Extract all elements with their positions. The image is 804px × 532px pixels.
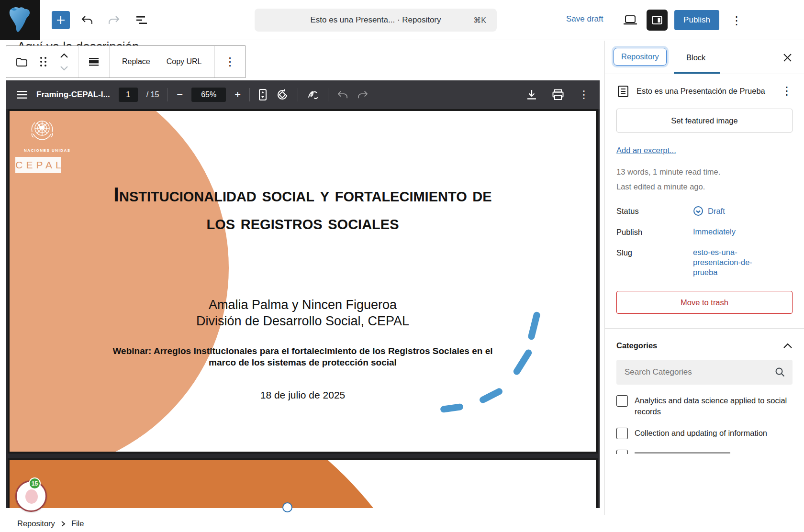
pdf-redo-button[interactable] <box>357 90 368 100</box>
move-down-button[interactable] <box>56 62 72 74</box>
drag-handle-icon <box>40 57 47 66</box>
category-label: Analytics and data science applied to so… <box>635 395 793 417</box>
kebab-icon: ⋮ <box>579 89 589 100</box>
move-up-button[interactable] <box>56 49 72 62</box>
kebab-icon: ⋮ <box>781 84 793 97</box>
align-button[interactable] <box>84 50 103 73</box>
set-featured-image-button[interactable]: Set featured image <box>616 109 793 133</box>
pdf-menu-button[interactable] <box>16 90 28 99</box>
undo-icon <box>337 90 348 100</box>
webinar-line-1: Webinar: Arreglos Institucionales para e… <box>10 345 596 357</box>
preview-button[interactable] <box>622 12 638 28</box>
zoom-out-button[interactable]: − <box>177 89 183 100</box>
pdf-toolbar: Framing-CEPAL-I... 1 / 15 − 65% + <box>6 80 600 109</box>
print-icon <box>552 89 564 100</box>
status-label: Status <box>616 206 693 216</box>
document-icon <box>616 85 630 98</box>
undo-button[interactable] <box>79 12 95 28</box>
chevron-right-icon <box>61 521 66 527</box>
rotate-button[interactable] <box>276 88 289 101</box>
tab-repository[interactable]: Repository <box>614 48 667 66</box>
category-checkbox[interactable] <box>616 450 628 454</box>
panel-right-icon <box>651 14 663 26</box>
block-toolbar-group-align <box>78 46 110 78</box>
status-value-button[interactable]: Draft <box>693 206 725 216</box>
document-options-button[interactable]: ⋮ <box>781 85 793 97</box>
slug-value-button[interactable]: esto-es-una-presentacion-de-prueba <box>693 247 774 277</box>
fit-page-button[interactable] <box>258 89 267 101</box>
page-number-input[interactable]: 1 <box>119 88 138 102</box>
sidebar-tabs: Repository Block <box>605 41 804 74</box>
command-bar-title: Esto es una Presenta... · Repository <box>310 15 441 25</box>
slug-label: Slug <box>616 247 693 277</box>
block-toolbar-group-main <box>6 46 78 78</box>
pdf-options-button[interactable]: ⋮ <box>579 89 589 100</box>
publish-button[interactable]: Publish <box>674 10 719 30</box>
close-sidebar-button[interactable] <box>780 50 794 65</box>
category-checkbox[interactable] <box>616 428 628 439</box>
add-block-button[interactable] <box>52 11 70 29</box>
zoom-in-button[interactable]: + <box>234 89 241 100</box>
categories-title: Categories <box>616 341 657 350</box>
folder-icon <box>15 56 28 67</box>
pdf-page-2 <box>8 458 598 508</box>
divider <box>605 328 804 329</box>
breadcrumb-file[interactable]: File <box>71 519 84 528</box>
draw-button[interactable] <box>307 89 319 101</box>
authors-line: Amalia Palma y Nincen Figueroa <box>10 297 596 313</box>
category-option-row-clipped <box>616 450 793 454</box>
add-excerpt-link[interactable]: Add an excerpt... <box>616 146 676 155</box>
sidebar-body: Esto es una Presentación de Prueba ⋮ Set… <box>605 85 804 454</box>
kebab-icon: ⋮ <box>731 15 742 26</box>
slide-authors: Amalia Palma y Nincen Figueroa División … <box>10 297 596 329</box>
block-options-button[interactable]: ⋮ <box>221 50 240 73</box>
sidebar-toggle-button[interactable] <box>647 10 668 31</box>
publish-value-button[interactable]: Immediately <box>693 227 736 237</box>
cepal-logo[interactable] <box>0 0 40 40</box>
close-icon <box>783 53 792 62</box>
command-bar[interactable]: Esto es una Presenta... · Repository ⌘K <box>255 9 497 32</box>
pdf-embed-block[interactable]: Framing-CEPAL-I... 1 / 15 − 65% + <box>6 80 600 508</box>
command-shortcut: ⌘K <box>473 16 486 25</box>
slug-row: Slug esto-es-una-presentacion-de-prueba <box>616 247 793 277</box>
status-row: Status Draft <box>616 206 793 216</box>
categories-search <box>616 360 793 385</box>
download-button[interactable] <box>526 89 537 100</box>
division-line: División de Desarrollo Social, CEPAL <box>10 313 596 329</box>
search-categories-input[interactable] <box>616 360 793 385</box>
print-button[interactable] <box>552 89 564 100</box>
document-title: Esto es una Presentación de Prueba <box>636 85 774 98</box>
zoom-level[interactable]: 65% <box>191 88 226 102</box>
list-view-icon <box>135 15 148 25</box>
block-resize-handle[interactable] <box>282 502 292 512</box>
category-checkbox[interactable] <box>616 395 628 407</box>
search-icon <box>774 366 786 378</box>
breadcrumb-repository[interactable]: Repository <box>17 519 55 528</box>
download-icon <box>526 89 537 100</box>
copy-url-button[interactable]: Copy URL <box>160 50 209 73</box>
slide-title: Institucionalidad social y fortalecimien… <box>107 181 499 236</box>
editor-options-button[interactable]: ⋮ <box>729 13 744 28</box>
save-draft-button[interactable]: Save draft <box>566 14 603 24</box>
document-meta: Status Draft Publish Immediately Slug es… <box>616 206 793 277</box>
draw-icon <box>307 89 319 101</box>
move-to-trash-button[interactable]: Move to trash <box>616 291 793 314</box>
last-edited-text: Last edited a minute ago. <box>616 179 793 194</box>
publish-row: Publish Immediately <box>616 227 793 237</box>
redo-button[interactable] <box>106 12 122 28</box>
chevron-up-icon <box>783 343 793 349</box>
tab-block[interactable]: Block <box>682 51 709 64</box>
pdf-undo-button[interactable] <box>337 90 348 100</box>
kebab-icon: ⋮ <box>224 56 236 67</box>
replace-button[interactable]: Replace <box>115 50 157 73</box>
document-overview-button[interactable] <box>134 12 149 28</box>
presence-badge: 15 <box>29 477 41 489</box>
slide-date: 18 de julio de 2025 <box>10 389 596 401</box>
category-label: Collection and updating of information <box>635 428 767 439</box>
redo-icon <box>108 15 120 25</box>
file-block-button[interactable] <box>12 50 31 73</box>
drag-handle[interactable] <box>34 50 53 73</box>
avatar-image <box>25 489 38 504</box>
categories-panel-toggle[interactable]: Categories <box>616 341 793 350</box>
category-option-row: Analytics and data science applied to so… <box>616 395 793 417</box>
